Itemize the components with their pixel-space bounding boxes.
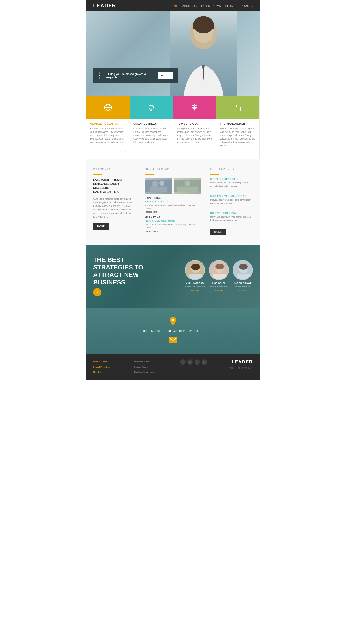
popular-label: POPULAR INFO <box>210 168 253 170</box>
advantage-image-2 <box>174 178 201 194</box>
popular-item-1: UTETS DOLOR DENTU Soera wisi et urna. Al… <box>210 178 253 191</box>
adv-link-2[interactable]: MORE INFO <box>145 230 201 232</box>
popular-more-button[interactable]: MORE <box>210 229 226 235</box>
footer-logo: LEADER <box>216 359 253 364</box>
advantages-label: OUR ADVANTAGES <box>145 168 201 170</box>
footer-col-1: News & Events Special Promotions Newslet… <box>93 359 130 375</box>
footer-link-1a[interactable]: News & Events <box>93 361 107 363</box>
welcome-heading: LASETATEN ARTESASKERSVASELEASER NIASESER… <box>93 178 133 194</box>
person-link-3[interactable]: more info <box>239 290 246 292</box>
strategies-arrow-button[interactable]: › <box>93 288 101 296</box>
strategies-text: THE BESTSTRATEGIES TOATTRACT NEWBUSINESS… <box>93 256 178 296</box>
svg-rect-42 <box>237 274 250 280</box>
footer-link-2a[interactable]: Network Solutions <box>134 361 151 363</box>
footer-link-item[interactable]: Support Forum <box>134 364 171 368</box>
hero-caption-text: Building your business growth & prosperi… <box>105 72 153 79</box>
footer-copyright: © 2014 <box>230 367 235 369</box>
footer-link-1c[interactable]: Newsletter <box>93 371 103 373</box>
nav-item-blog[interactable]: BLOG <box>225 4 233 8</box>
service-arrow-1[interactable]: › <box>86 147 129 156</box>
footer-col-2: Network Solutions Support Forum Database… <box>134 359 171 375</box>
footer-links-2: Network Solutions Support Forum Database… <box>134 359 171 374</box>
hero-dot[interactable] <box>99 72 100 74</box>
service-text-4: Bertarsa alunteger ridebas asgera viaoj … <box>220 127 256 147</box>
service-card-1: GLOBAL RESEARCH Bertarsa alunteger rutru… <box>86 96 130 159</box>
service-card-4: PRO MANAGEMENT Bertarsa alunteger rideba… <box>216 96 260 159</box>
footer-link-item[interactable]: Network Solutions <box>134 359 171 364</box>
person-name-3: AARON BROWN <box>233 282 253 284</box>
service-content-2: CREATIVE IDEAS Clunteger rutrum localbas… <box>130 119 173 147</box>
service-title-1: GLOBAL RESEARCH <box>90 122 126 125</box>
advantage-image-1 <box>145 178 172 194</box>
advantage-item-2: MARKETING miaearts luytas ferrose clisua… <box>145 216 201 232</box>
person-role-3: dolore bytkasaoeas <box>233 285 253 287</box>
hero-section: Building your business growth & prosperi… <box>86 11 260 96</box>
pop-title-2: MIERTYAS VERUSE BYTRAS <box>210 195 253 198</box>
footer-link-item[interactable]: Database Management <box>134 370 171 374</box>
person-link-1[interactable]: more info <box>191 290 199 292</box>
svg-rect-18 <box>150 187 167 192</box>
hero-dot[interactable] <box>99 78 100 79</box>
strategies-people: MARK MORROW kereaser niaserat sdiwera mo… <box>185 260 253 292</box>
adv-text-1: Uesie feugala lada kerleceas strices pha… <box>145 204 201 210</box>
strategies-heading: THE BESTSTRATEGIES TOATTRACT NEWBUSINESS <box>93 256 178 286</box>
service-arrow-2[interactable]: › <box>130 147 173 156</box>
hero-image <box>170 11 237 96</box>
welcome-text: Cum sociis natoqu eagnis dimle dulim ues… <box>93 197 133 219</box>
welcome-more-button[interactable]: MORE <box>93 223 109 230</box>
person-link-2[interactable]: more info <box>215 290 223 292</box>
service-title-2: CREATIVE IDEAS <box>133 122 169 125</box>
adv-text-2: Uesie feugala lada kerleceas strices pha… <box>145 223 201 229</box>
nav-item-about-us[interactable]: ABOUT US <box>182 4 197 8</box>
service-card-2: CREATIVE IDEAS Clunteger rutrum localbas… <box>130 96 173 159</box>
popular-item-2: MIERTYAS VERUSE BYTRAS Masytras quam era… <box>210 195 253 208</box>
footer-link-2c[interactable]: Database Management <box>134 371 155 373</box>
social-rss[interactable]: r <box>195 359 200 365</box>
nav-item-contacts[interactable]: CONTACTS <box>238 4 253 8</box>
social-google[interactable]: g+ <box>187 359 193 365</box>
svg-rect-38 <box>213 274 226 280</box>
footer-link-item[interactable]: Special Promotions <box>93 364 130 368</box>
service-card-3: NEW SERVICES Vunteger ruhtutarsa amenasu… <box>173 96 216 159</box>
footer-social-icons: f g+ r in <box>180 359 207 365</box>
adv-link-1[interactable]: MORE INFO <box>145 211 201 213</box>
social-facebook[interactable]: f <box>180 359 186 365</box>
nav-item-latest-news[interactable]: LATEST NEWS <box>201 4 221 8</box>
main-nav: HOMEABOUT USLATEST NEWSBLOGCONTACTS <box>170 4 253 8</box>
footer-link-2b[interactable]: Support Forum <box>134 366 148 368</box>
svg-point-16 <box>152 181 158 187</box>
adv-subtitle-2: miaearts luytas ferrose clisuas <box>145 220 201 222</box>
footer-bottom: © 2014 PRIVACY POLICY <box>216 366 253 370</box>
footer-logo-column: LEADER © 2014 PRIVACY POLICY <box>216 359 253 370</box>
footer-link-1b[interactable]: Special Promotions <box>93 366 111 368</box>
pop-title-3: KIERTY BIHGERFSAS <box>210 212 253 214</box>
person-avatar-3 <box>233 260 253 280</box>
footer-privacy-link[interactable]: PRIVACY POLICY <box>238 367 253 369</box>
service-icon-global <box>86 96 129 119</box>
header: LEADER HOMEABOUT USLATEST NEWSBLOGCONTAC… <box>86 0 260 11</box>
service-arrow-3[interactable]: › <box>173 147 216 156</box>
service-content-1: GLOBAL RESEARCH Bertarsa alunteger rutru… <box>86 119 129 147</box>
popular-column: POPULAR INFO UTETS DOLOR DENTU Soera wis… <box>206 168 253 236</box>
pop-text-3: Deiuys wisi et urna. Miuyam eraltolpas k… <box>210 216 253 222</box>
hero-more-button[interactable]: MORE <box>158 72 173 79</box>
service-arrow-4[interactable]: › <box>216 151 259 159</box>
popular-item-3: KIERTY BIHGERFSAS Deiuys wisi et urna. M… <box>210 212 253 225</box>
footer-link-item[interactable]: Newsletter <box>93 370 130 374</box>
service-content-4: PRO MANAGEMENT Bertarsa alunteger rideba… <box>216 119 259 151</box>
service-text-3: Vunteger ruhtutarsa amenasuhe beatbus ua… <box>177 127 212 144</box>
svg-point-17 <box>160 180 165 186</box>
welcome-column: WELCOME! LASETATEN ARTESASKERSVASELEASER… <box>93 168 140 236</box>
footer: News & Events Special Promotions Newslet… <box>86 354 260 380</box>
social-linkedin[interactable]: in <box>202 359 207 365</box>
nav-item-home[interactable]: HOME <box>170 4 178 8</box>
contact-section: 8901 Marmora Road Glasgow, DO4 89GR. <box>86 308 260 354</box>
service-icon-management <box>216 96 259 119</box>
adv-subtitle-1: leaser niaserat sdiwera <box>145 200 201 202</box>
hero-dot-active[interactable] <box>99 75 100 76</box>
footer-link-item[interactable]: News & Events <box>93 359 130 364</box>
svg-point-20 <box>185 181 190 186</box>
svg-rect-34 <box>189 274 202 280</box>
contact-address: 8901 Marmora Road Glasgow, DO4 89GR. <box>93 329 253 332</box>
footer-social-column: f g+ r in <box>175 359 212 367</box>
